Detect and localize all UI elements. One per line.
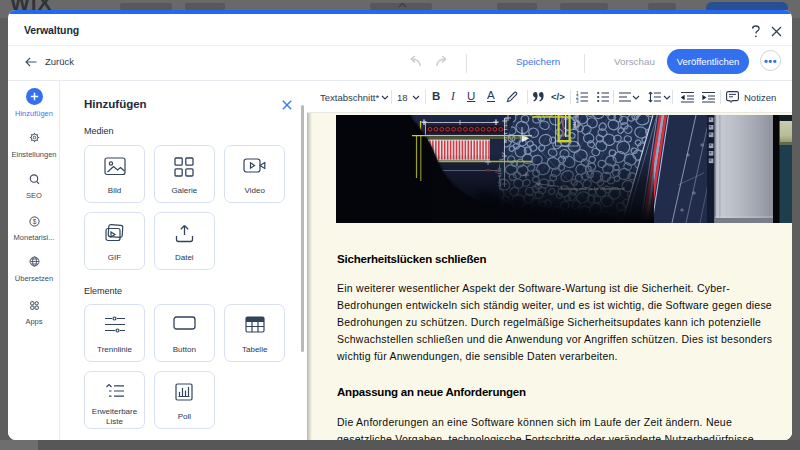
svg-text:W.I.N. 1:3450: W.I.N. 1:3450: [503, 117, 508, 143]
svg-text:$: $: [32, 218, 36, 225]
svg-text:MIN 1:3450: MIN 1:3450: [572, 115, 577, 130]
svg-text:3: 3: [576, 99, 579, 103]
